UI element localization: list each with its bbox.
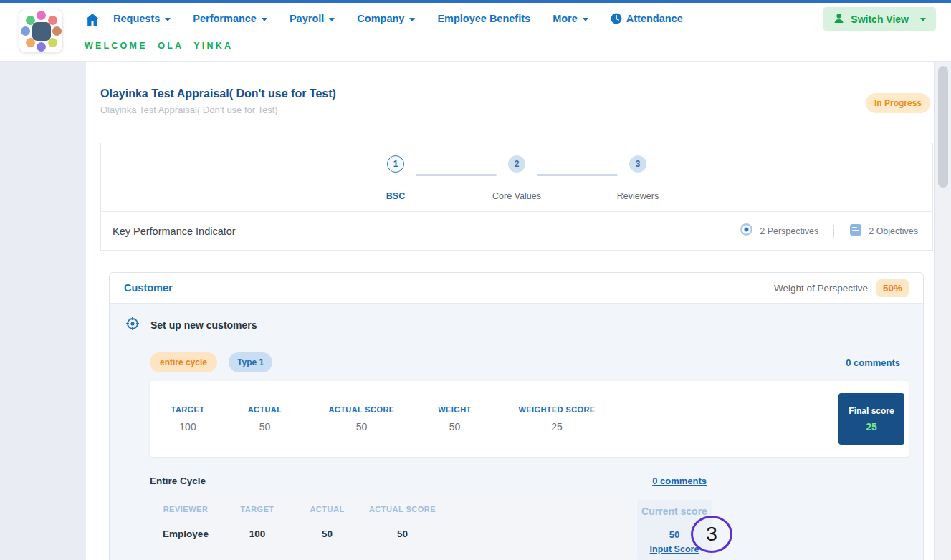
score-column-weighted-score: WEIGHTED SCORE 25 [496,405,618,433]
objective-score-table: TARGET 100 ACTUAL 50 ACTUAL SCORE 50 WEI… [150,381,909,457]
step-connector [416,174,497,176]
input-score-link[interactable]: Input Score [650,544,699,554]
scrollbar-thumb[interactable] [938,66,948,188]
stepper-kpi-panel: 1 BSC 2 Core Values 3 Reviewers Key Perf… [100,143,933,251]
step-reviewers[interactable]: 3 Reviewers [618,155,658,211]
cycle-comments-link[interactable]: 0 comments [652,475,707,486]
logo-dot [48,16,57,25]
nav-item-more[interactable]: More [553,13,588,24]
perspectives-count: 2 Perspectives [760,226,818,236]
annotation-circle-3: 3 [691,516,732,553]
company-logo[interactable] [19,9,63,53]
score-column-actual: ACTUAL 50 [220,405,310,433]
logo-dot [48,38,57,47]
final-score-label: Final score [849,406,894,416]
page-subtitle: Olayinka Test Appraisal( Don't use for T… [100,105,278,115]
clock-icon [611,13,622,24]
step-number: 2 [508,155,525,173]
status-badge: In Progress [866,93,930,113]
chevron-down-icon [920,18,926,21]
objective-target-icon [125,317,140,334]
reviewer-table: REVIEWER TARGET ACTUAL ACTUAL SCORE Empl… [150,495,637,560]
switch-view-button[interactable]: Switch View [823,7,936,31]
reviewer-table-header: REVIEWER TARGET ACTUAL ACTUAL SCORE [150,505,637,513]
divider [833,225,834,238]
chevron-down-icon [583,18,588,21]
kpi-header-row: Key Performance Indicator 2 Perspectives… [101,212,932,250]
logo-center-shape [32,22,51,41]
kpi-meta-group: 2 Perspectives 2 Objectives [740,223,921,239]
objectives-count: 2 Objectives [869,226,918,236]
step-label: BSC [386,191,405,201]
objective-tags-row: entire cycle Type 1 0 comments [150,352,909,372]
score-column-weight: WEIGHT 50 [414,405,496,433]
current-score-label: Current score [637,506,712,517]
objective-row: Set up new customers [124,317,909,334]
score-column-actual-score: ACTUAL SCORE 50 [310,405,414,433]
page-title: Olayinka Test Appraisal( Don't use for T… [100,87,336,100]
cycle-tables-row: REVIEWER TARGET ACTUAL ACTUAL SCORE Empl… [150,495,721,560]
scrollbar[interactable] [935,62,951,560]
final-score-box: Final score 25 [838,393,904,445]
nav-item-employee-benefits[interactable]: Employee Benefits [437,13,530,24]
type-tag: Type 1 [229,352,272,372]
logo-dot [37,11,46,20]
step-bsc[interactable]: 1 BSC [376,155,416,211]
main-content: Olayinka Test Appraisal( Don't use for T… [86,62,935,560]
perspective-weight: Weight of Perspective 50% [774,279,909,297]
nav-item-attendance[interactable]: Attendance [611,13,683,24]
step-number: 1 [387,155,404,173]
objective-title: Set up new customers [150,319,257,331]
entire-cycle-section: Entire Cycle 0 comments REVIEWER TARGET … [150,475,721,560]
cycle-header-row: Entire Cycle 0 comments [150,475,721,486]
kpi-title: Key Performance Indicator [113,226,236,237]
comments-link[interactable]: 0 comments [846,357,900,368]
final-score-value: 25 [866,421,877,433]
main-nav: Requests Performance Payroll Company Emp… [113,13,683,24]
reviewer-table-row: Employee 100 50 50 [150,513,637,539]
home-icon[interactable] [84,11,101,29]
step-label: Reviewers [617,191,659,201]
step-number: 3 [629,155,646,173]
perspective-name: Customer [124,282,173,294]
chevron-down-icon [329,18,335,21]
logo-dot [21,26,30,36]
cycle-tag: entire cycle [150,352,217,372]
logo-dot [26,16,35,25]
logo-dot [37,42,46,52]
chevron-down-icon [165,18,171,21]
user-icon [833,13,844,26]
logo-dot [26,38,35,47]
perspective-body: Set up new customers entire cycle Type 1… [110,304,923,560]
weight-label: Weight of Perspective [774,283,868,294]
target-icon [740,223,753,239]
chevron-down-icon [409,18,415,21]
nav-item-company[interactable]: Company [357,13,415,24]
annotation-number: 3 [706,523,717,546]
step-label: Core Values [492,191,541,201]
wizard-stepper: 1 BSC 2 Core Values 3 Reviewers [101,143,932,212]
step-connector [537,174,618,176]
perspective-card-customer: Customer Weight of Perspective 50% Set u… [109,272,924,560]
nav-item-requests[interactable]: Requests [113,13,171,24]
welcome-text: WELCOME OLA YINKA [85,41,233,51]
nav-item-payroll[interactable]: Payroll [290,13,335,24]
cycle-title: Entire Cycle [150,475,206,486]
objectives-icon [849,223,862,239]
score-column-target: TARGET 100 [156,405,220,433]
perspective-header: Customer Weight of Perspective 50% [110,273,923,304]
appraisal-page: Requests Performance Payroll Company Emp… [0,0,951,560]
logo-dot [52,26,62,36]
step-core-values[interactable]: 2 Core Values [497,155,537,211]
weight-value-badge: 50% [876,279,909,297]
app-header: Requests Performance Payroll Company Emp… [0,3,951,62]
nav-item-performance[interactable]: Performance [193,13,267,24]
chevron-down-icon [262,18,267,21]
